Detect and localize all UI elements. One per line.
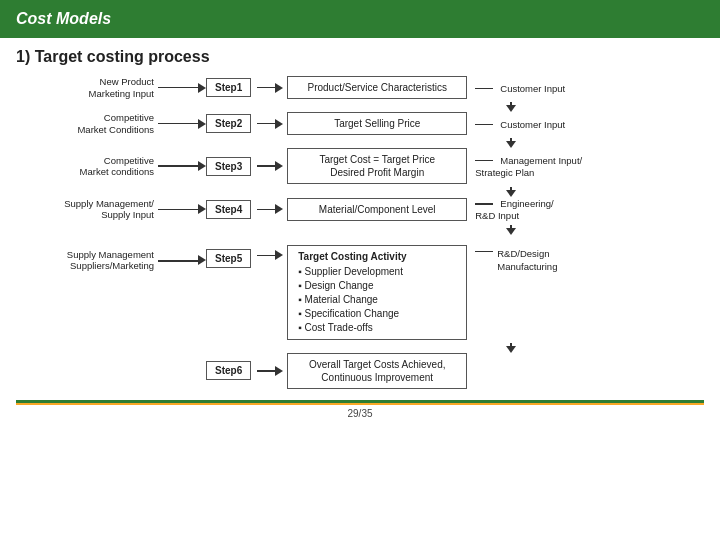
- step5-right: R&D/Design Manufacturing: [475, 247, 605, 274]
- step3-left-label: CompetitiveMarket conditions: [80, 155, 154, 178]
- footer-line: [16, 400, 704, 405]
- step6-center: Overall Target Costs Achieved,Continuous…: [287, 353, 467, 389]
- step1-label: Step1: [206, 78, 251, 97]
- step5-right-label2: Manufacturing: [497, 260, 557, 273]
- step5-mid: Step5 Target Costing Activity ▪ Supplier…: [206, 245, 467, 340]
- step1-left-label: New ProductMarketing Input: [89, 76, 154, 99]
- header-title: Cost Models: [16, 10, 111, 28]
- step3-row: CompetitiveMarket conditions Step3 Targe…: [16, 148, 704, 184]
- step4-left-label: Supply Management/Supply Input: [64, 198, 154, 221]
- arrow2-down: [318, 138, 704, 148]
- step5-label: Step5: [206, 249, 251, 268]
- step3-mid: Step3 Target Cost = Target PriceDesired …: [206, 148, 467, 184]
- step2-mid: Step2 Target Selling Price: [206, 112, 467, 135]
- header: Cost Models: [0, 0, 720, 38]
- step4-row: Supply Management/Supply Input Step4 Mat…: [16, 197, 704, 222]
- step3-right-label: Management Input/Strategic Plan: [475, 155, 582, 178]
- step4-label: Step4: [206, 200, 251, 219]
- step3-right: Management Input/Strategic Plan: [475, 154, 605, 179]
- section-title: 1) Target costing process: [16, 48, 704, 66]
- step6-mid: Step6 Overall Target Costs Achieved,Cont…: [206, 353, 467, 389]
- step6-row: Step6 Overall Target Costs Achieved,Cont…: [16, 353, 704, 389]
- step5-row: Supply Management Suppliers/Marketing St…: [16, 235, 704, 340]
- step2-center: Target Selling Price: [287, 112, 467, 135]
- arrow4-down: [318, 225, 704, 235]
- step2-right-label: Customer Input: [500, 119, 565, 130]
- step5-bullet4: ▪ Specification Change: [298, 307, 456, 321]
- step1-left: New ProductMarketing Input: [16, 76, 206, 99]
- step1-row: New ProductMarketing Input Step1 Product…: [16, 76, 704, 99]
- main-content: 1) Target costing process New ProductMar…: [0, 38, 720, 423]
- step3-label: Step3: [206, 157, 251, 176]
- step4-center: Material/Component Level: [287, 198, 467, 221]
- page-number: 29/35: [16, 408, 704, 419]
- step2-row: CompetitiveMarket Conditions Step2 Targe…: [16, 112, 704, 135]
- step1-mid: Step1 Product/Service Characteristics: [206, 76, 467, 99]
- step5-left: Supply Management Suppliers/Marketing: [16, 249, 206, 272]
- step5-left-label2: Suppliers/Marketing: [70, 260, 154, 271]
- step2-label: Step2: [206, 114, 251, 133]
- step2-left-label: CompetitiveMarket Conditions: [77, 112, 154, 135]
- step5-right-label1: R&D/Design: [497, 247, 557, 260]
- arrow1-down: [318, 102, 704, 112]
- step2-left: CompetitiveMarket Conditions: [16, 112, 206, 135]
- step3-left: CompetitiveMarket conditions: [16, 155, 206, 178]
- step5-bullet3: ▪ Material Change: [298, 293, 456, 307]
- step5-center: Target Costing Activity ▪ Supplier Devel…: [287, 245, 467, 340]
- step4-mid: Step4 Material/Component Level: [206, 198, 467, 221]
- step5-bullet1: ▪ Supplier Development: [298, 265, 456, 279]
- flow-diagram: New ProductMarketing Input Step1 Product…: [16, 76, 704, 392]
- step1-right: Customer Input: [475, 82, 605, 94]
- step6-label: Step6: [206, 361, 251, 380]
- step4-left: Supply Management/Supply Input: [16, 198, 206, 221]
- step1-center: Product/Service Characteristics: [287, 76, 467, 99]
- step3-center: Target Cost = Target PriceDesired Profit…: [287, 148, 467, 184]
- step5-bullet5: ▪ Cost Trade-offs: [298, 321, 456, 335]
- step2-right: Customer Input: [475, 118, 605, 130]
- step1-right-label: Customer Input: [500, 83, 565, 94]
- arrow5-down: [318, 343, 704, 353]
- step4-right: Engineering/R&D Input: [475, 197, 605, 222]
- step5-left-label1: Supply Management: [67, 249, 154, 260]
- step5-center-title: Target Costing Activity: [298, 250, 456, 264]
- step4-right-label: Engineering/R&D Input: [475, 198, 553, 221]
- step5-bullet2: ▪ Design Change: [298, 279, 456, 293]
- arrow3-down: [318, 187, 704, 197]
